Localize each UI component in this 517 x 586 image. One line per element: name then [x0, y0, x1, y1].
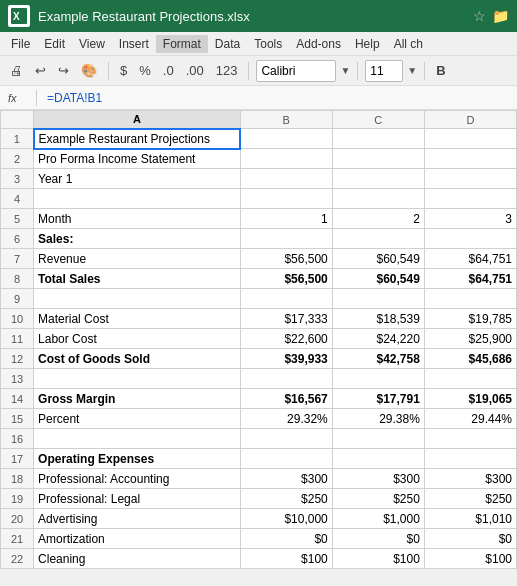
- cell-18-D[interactable]: $300: [424, 469, 516, 489]
- cell-6-B[interactable]: [240, 229, 332, 249]
- percent-button[interactable]: %: [135, 61, 155, 80]
- size-dropdown-icon[interactable]: ▼: [407, 65, 417, 76]
- cell-4-C[interactable]: [332, 189, 424, 209]
- font-selector[interactable]: [256, 60, 336, 82]
- cell-14-A[interactable]: Gross Margin: [34, 389, 241, 409]
- cell-1-B[interactable]: [240, 129, 332, 149]
- cell-13-C[interactable]: [332, 369, 424, 389]
- row-header[interactable]: 11: [1, 329, 34, 349]
- cell-6-A[interactable]: Sales:: [34, 229, 241, 249]
- row-header[interactable]: 14: [1, 389, 34, 409]
- row-header[interactable]: 21: [1, 529, 34, 549]
- cell-7-A[interactable]: Revenue: [34, 249, 241, 269]
- cell-22-C[interactable]: $100: [332, 549, 424, 569]
- cell-18-A[interactable]: Professional: Accounting: [34, 469, 241, 489]
- cell-9-C[interactable]: [332, 289, 424, 309]
- row-header[interactable]: 7: [1, 249, 34, 269]
- cell-8-B[interactable]: $56,500: [240, 269, 332, 289]
- cell-7-C[interactable]: $60,549: [332, 249, 424, 269]
- row-header[interactable]: 9: [1, 289, 34, 309]
- row-header[interactable]: 16: [1, 429, 34, 449]
- cell-12-D[interactable]: $45,686: [424, 349, 516, 369]
- cell-3-C[interactable]: [332, 169, 424, 189]
- row-header[interactable]: 22: [1, 549, 34, 569]
- menu-file[interactable]: File: [4, 35, 37, 53]
- cell-6-D[interactable]: [424, 229, 516, 249]
- decimal-inc-button[interactable]: .00: [182, 61, 208, 80]
- bold-button[interactable]: B: [432, 61, 449, 80]
- menu-tools[interactable]: Tools: [247, 35, 289, 53]
- cell-18-B[interactable]: $300: [240, 469, 332, 489]
- currency-button[interactable]: $: [116, 61, 131, 80]
- cell-9-A[interactable]: [34, 289, 241, 309]
- cell-7-B[interactable]: $56,500: [240, 249, 332, 269]
- cell-8-C[interactable]: $60,549: [332, 269, 424, 289]
- menu-format[interactable]: Format: [156, 35, 208, 53]
- folder-icon[interactable]: 📁: [492, 8, 509, 24]
- cell-10-C[interactable]: $18,539: [332, 309, 424, 329]
- font-dropdown-icon[interactable]: ▼: [340, 65, 350, 76]
- cell-16-A[interactable]: [34, 429, 241, 449]
- cell-13-D[interactable]: [424, 369, 516, 389]
- row-header[interactable]: 20: [1, 509, 34, 529]
- row-header[interactable]: 10: [1, 309, 34, 329]
- cell-5-A[interactable]: Month: [34, 209, 241, 229]
- cell-17-C[interactable]: [332, 449, 424, 469]
- cell-3-B[interactable]: [240, 169, 332, 189]
- cell-11-B[interactable]: $22,600: [240, 329, 332, 349]
- cell-5-D[interactable]: 3: [424, 209, 516, 229]
- col-header-d[interactable]: D: [424, 111, 516, 129]
- redo-button[interactable]: ↪: [54, 61, 73, 80]
- col-header-a[interactable]: A: [34, 111, 241, 129]
- decimal-dec-button[interactable]: .0: [159, 61, 178, 80]
- menu-help[interactable]: Help: [348, 35, 387, 53]
- cell-2-A[interactable]: Pro Forma Income Statement: [34, 149, 241, 169]
- menu-addons[interactable]: Add-ons: [289, 35, 348, 53]
- row-header[interactable]: 5: [1, 209, 34, 229]
- format-number-button[interactable]: 123: [212, 61, 242, 80]
- cell-21-D[interactable]: $0: [424, 529, 516, 549]
- cell-16-C[interactable]: [332, 429, 424, 449]
- cell-11-A[interactable]: Labor Cost: [34, 329, 241, 349]
- menu-allch[interactable]: All ch: [387, 35, 430, 53]
- cell-22-B[interactable]: $100: [240, 549, 332, 569]
- row-header[interactable]: 8: [1, 269, 34, 289]
- cell-14-B[interactable]: $16,567: [240, 389, 332, 409]
- cell-11-D[interactable]: $25,900: [424, 329, 516, 349]
- row-header[interactable]: 4: [1, 189, 34, 209]
- cell-21-B[interactable]: $0: [240, 529, 332, 549]
- cell-19-B[interactable]: $250: [240, 489, 332, 509]
- row-header[interactable]: 17: [1, 449, 34, 469]
- cell-10-B[interactable]: $17,333: [240, 309, 332, 329]
- menu-data[interactable]: Data: [208, 35, 247, 53]
- cell-22-A[interactable]: Cleaning: [34, 549, 241, 569]
- row-header[interactable]: 3: [1, 169, 34, 189]
- cell-2-B[interactable]: [240, 149, 332, 169]
- cell-13-B[interactable]: [240, 369, 332, 389]
- cell-1-A[interactable]: Example Restaurant Projections: [34, 129, 241, 149]
- cell-15-D[interactable]: 29.44%: [424, 409, 516, 429]
- row-header[interactable]: 1: [1, 129, 34, 149]
- cell-1-C[interactable]: [332, 129, 424, 149]
- cell-8-A[interactable]: Total Sales: [34, 269, 241, 289]
- cell-12-B[interactable]: $39,933: [240, 349, 332, 369]
- cell-13-A[interactable]: [34, 369, 241, 389]
- cell-12-C[interactable]: $42,758: [332, 349, 424, 369]
- cell-17-B[interactable]: [240, 449, 332, 469]
- cell-9-B[interactable]: [240, 289, 332, 309]
- cell-4-B[interactable]: [240, 189, 332, 209]
- row-header[interactable]: 2: [1, 149, 34, 169]
- cell-20-C[interactable]: $1,000: [332, 509, 424, 529]
- cell-15-C[interactable]: 29.38%: [332, 409, 424, 429]
- print-button[interactable]: 🖨: [6, 61, 27, 80]
- cell-22-D[interactable]: $100: [424, 549, 516, 569]
- cell-21-C[interactable]: $0: [332, 529, 424, 549]
- cell-20-D[interactable]: $1,010: [424, 509, 516, 529]
- row-header[interactable]: 18: [1, 469, 34, 489]
- row-header[interactable]: 12: [1, 349, 34, 369]
- cell-15-B[interactable]: 29.32%: [240, 409, 332, 429]
- cell-21-A[interactable]: Amortization: [34, 529, 241, 549]
- cell-17-D[interactable]: [424, 449, 516, 469]
- cell-6-C[interactable]: [332, 229, 424, 249]
- row-header[interactable]: 13: [1, 369, 34, 389]
